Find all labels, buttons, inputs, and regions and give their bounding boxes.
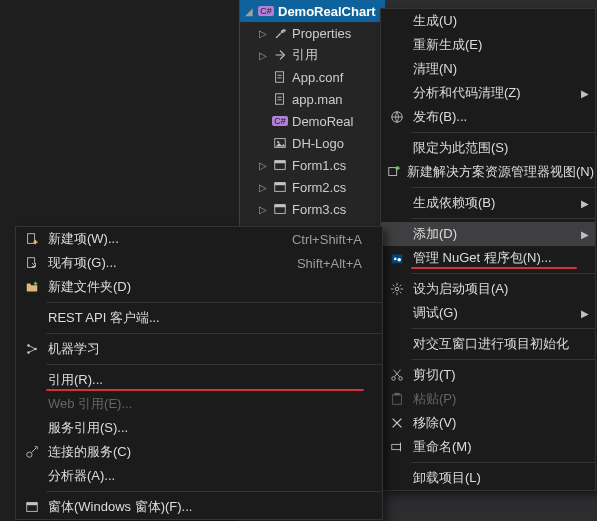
menu-item-label: 分析器(A)... [48, 467, 362, 485]
menu-item-label: 新建文件夹(D) [48, 278, 362, 296]
blank-icon [387, 84, 407, 102]
add-submenu[interactable]: 新建项(W)...Ctrl+Shift+A现有项(G)...Shift+Alt+… [15, 226, 383, 520]
menu-item[interactable]: 设为启动项目(A) [381, 277, 595, 301]
newitem-icon [22, 230, 42, 248]
menu-item[interactable]: 新建解决方案资源管理器视图(N) [381, 160, 595, 184]
menu-item[interactable]: 窗体(Windows 窗体)(F)... [16, 495, 382, 519]
menu-item-label: REST API 客户端... [48, 309, 362, 327]
menu-item-label: 窗体(Windows 窗体)(F)... [48, 498, 362, 516]
svg-point-16 [392, 377, 396, 381]
menu-item[interactable]: 引用(R)... [16, 368, 382, 392]
tree-item[interactable]: app.man [240, 88, 385, 110]
img-icon [272, 135, 288, 151]
cfg-icon [272, 69, 288, 85]
C#-icon: C# [272, 113, 288, 129]
form-icon [272, 201, 288, 217]
rename-icon [387, 438, 407, 456]
menu-item[interactable]: 机器学习 [16, 337, 382, 361]
svg-point-17 [399, 377, 403, 381]
menu-item[interactable]: 添加(D)▶ [381, 222, 595, 246]
tree-item[interactable]: C#DemoReal [240, 110, 385, 132]
tree-label: Properties [292, 26, 351, 41]
menu-item-label: 发布(B)... [413, 108, 575, 126]
menu-item-label: 对交互窗口进行项目初始化 [413, 335, 575, 353]
blank-icon [387, 225, 407, 243]
solution-explorer-tree[interactable]: ◢ C# DemoRealChart ▷Properties▷引用App.con… [240, 0, 385, 242]
menu-shortcut: Ctrl+Shift+A [292, 232, 362, 247]
svg-point-3 [277, 141, 279, 143]
svg-point-26 [27, 452, 32, 457]
menu-item-label: 重命名(M) [413, 438, 575, 456]
menu-item[interactable]: 新建文件夹(D) [16, 275, 382, 299]
menu-item[interactable]: 调试(G)▶ [381, 301, 595, 325]
menu-separator [411, 273, 595, 274]
paste-icon [387, 390, 407, 408]
ml-icon [22, 340, 42, 358]
tree-item[interactable]: DH-Logo [240, 132, 385, 154]
menu-item[interactable]: 生成(U) [381, 9, 595, 33]
menu-item[interactable]: 限定为此范围(S) [381, 136, 595, 160]
nuget-icon [387, 249, 407, 267]
menu-item[interactable]: 重新生成(E) [381, 33, 595, 57]
menu-item[interactable]: 发布(B)... [381, 105, 595, 129]
project-context-menu[interactable]: 生成(U)重新生成(E)清理(N)分析和代码清理(Z)▶发布(B)...限定为此… [380, 8, 596, 491]
gear-icon [387, 280, 407, 298]
blank-icon [387, 304, 407, 322]
menu-item-label: 管理 NuGet 程序包(N)... [413, 249, 575, 267]
blank-icon [387, 36, 407, 54]
menu-item[interactable]: 分析器(A)... [16, 464, 382, 488]
menu-item-label: 调试(G) [413, 304, 575, 322]
menu-item[interactable]: REST API 客户端... [16, 306, 382, 330]
tree-project-root[interactable]: ◢ C# DemoRealChart [240, 0, 385, 22]
cfg-icon [272, 91, 288, 107]
menu-item-label: 新建项(W)... [48, 230, 268, 248]
menu-item[interactable]: 对交互窗口进行项目初始化 [381, 332, 595, 356]
chevron-right-icon: ▷ [258, 182, 268, 193]
tree-item[interactable]: ▷Form1.cs [240, 154, 385, 176]
newfolder-icon [22, 278, 42, 296]
tree-item[interactable]: App.conf [240, 66, 385, 88]
menu-item-label: 粘贴(P) [413, 390, 575, 408]
svg-rect-20 [392, 444, 401, 449]
menu-separator [46, 364, 382, 365]
menu-item[interactable]: 清理(N) [381, 57, 595, 81]
tree-item[interactable]: ▷Form2.cs [240, 176, 385, 198]
tree-label: 引用 [292, 46, 318, 64]
tree-label: DH-Logo [292, 136, 344, 151]
menu-item[interactable]: 卸载项目(L) [381, 466, 595, 490]
existitem-icon [22, 254, 42, 272]
menu-item[interactable]: 剪切(T) [381, 363, 595, 387]
menu-separator [411, 187, 595, 188]
tree-item[interactable]: ▷引用 [240, 44, 385, 66]
menu-item[interactable]: 服务引用(S)... [16, 416, 382, 440]
menu-item-label: 引用(R)... [48, 371, 362, 389]
menu-separator [46, 302, 382, 303]
svg-point-15 [395, 287, 399, 291]
menu-item[interactable]: 重命名(M) [381, 435, 595, 459]
menu-item-label: Web 引用(E)... [48, 395, 362, 413]
menu-item-label: 机器学习 [48, 340, 362, 358]
menu-item-label: 添加(D) [413, 225, 575, 243]
menu-item[interactable]: 管理 NuGet 程序包(N)... [381, 246, 595, 270]
svg-point-14 [397, 258, 401, 262]
blank-icon [387, 60, 407, 78]
menu-item[interactable]: 连接的服务(C) [16, 440, 382, 464]
menu-item[interactable]: 新建项(W)...Ctrl+Shift+A [16, 227, 382, 251]
blank-icon [387, 194, 407, 212]
submenu-arrow-icon: ▶ [581, 308, 589, 319]
menu-separator [46, 491, 382, 492]
connsvc-icon [22, 443, 42, 461]
cut-icon [387, 366, 407, 384]
menu-item: Web 引用(E)... [16, 392, 382, 416]
menu-item-label: 生成(U) [413, 12, 575, 30]
menu-item-label: 连接的服务(C) [48, 443, 362, 461]
menu-item[interactable]: 移除(V) [381, 411, 595, 435]
tree-item[interactable]: ▷Form3.cs [240, 198, 385, 220]
menu-item[interactable]: 现有项(G)...Shift+Alt+A [16, 251, 382, 275]
svg-point-13 [394, 258, 397, 261]
svg-rect-0 [276, 72, 284, 83]
blank-icon [387, 335, 407, 353]
menu-item[interactable]: 分析和代码清理(Z)▶ [381, 81, 595, 105]
menu-item[interactable]: 生成依赖项(B)▶ [381, 191, 595, 215]
tree-item[interactable]: ▷Properties [240, 22, 385, 44]
